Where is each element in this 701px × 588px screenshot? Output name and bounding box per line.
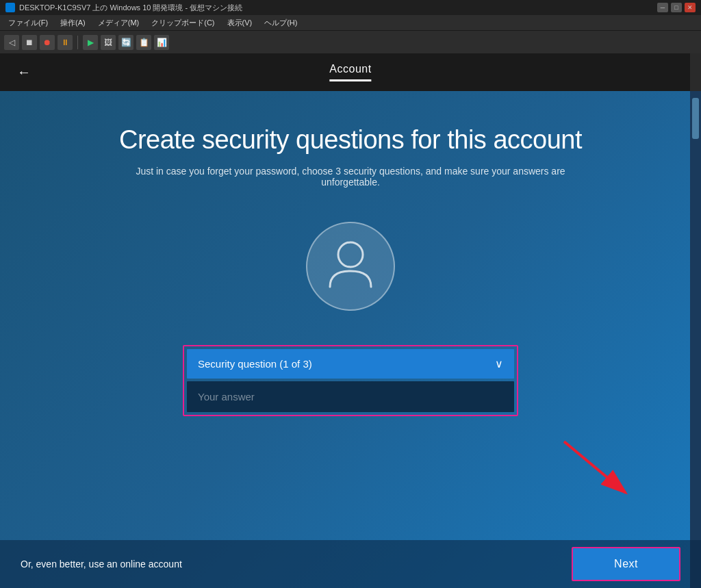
menu-view[interactable]: 表示(V) [222,16,258,29]
maximize-button[interactable]: □ [671,3,682,12]
menu-media[interactable]: メディア(M) [92,16,145,29]
toolbar-play-btn[interactable]: ▶ [83,35,98,50]
toolbar-record-btn[interactable]: ⏺ [40,35,55,50]
toolbar-back-btn[interactable]: ◁ [4,35,19,50]
chevron-down-icon: ∨ [495,357,503,370]
account-tab: Account [329,63,371,81]
menu-clipboard[interactable]: クリップボード(C) [146,16,220,29]
page-title: Create security questions for this accou… [119,125,582,155]
security-question-dropdown[interactable]: Security question (1 of 3) ∨ [187,349,514,379]
app-icon [5,3,15,12]
toolbar-btn-1[interactable]: 🖼 [101,35,116,50]
toolbar-sep-1 [77,36,78,49]
toolbar-pause-btn[interactable]: ⏸ [58,35,73,50]
window-title: DESKTOP-K1C9SV7 上の Windows 10 開発環境 - 仮想マ… [19,3,242,13]
vm-scrollbar[interactable] [690,91,701,588]
red-arrow-svg [557,435,639,503]
vm-main-content: Create security questions for this accou… [0,91,701,588]
toolbar: ◁ ⏹ ⏺ ⏸ ▶ 🖼 🔄 📋 📊 [0,30,701,53]
toolbar-btn-2[interactable]: 🔄 [118,35,133,50]
online-account-link[interactable]: Or, even better, use an online account [21,559,182,570]
user-avatar-icon [323,235,378,298]
topbar-scrollbar [690,53,701,91]
answer-input[interactable] [187,381,514,412]
menu-help[interactable]: ヘルプ(H) [259,16,303,29]
bottom-bar: Or, even better, use an online account N… [0,540,701,588]
svg-line-2 [564,442,626,493]
dropdown-label: Security question (1 of 3) [198,358,312,370]
scrollbar-thumb[interactable] [692,98,699,139]
back-button[interactable]: ← [14,64,34,80]
page-subtitle: Just in case you forget your password, c… [128,166,573,188]
window-controls[interactable]: ─ □ ✕ [657,3,696,12]
vm-window: ← Account Create security questions for … [0,53,701,588]
avatar-circle [306,222,395,311]
svg-point-0 [338,242,363,267]
toolbar-btn-3[interactable]: 📋 [136,35,151,50]
title-bar-left: DESKTOP-K1C9SV7 上の Windows 10 開発環境 - 仮想マ… [5,3,242,13]
toolbar-btn-4[interactable]: 📊 [154,35,169,50]
arrow-indicator [557,435,639,506]
next-button[interactable]: Next [572,547,680,581]
title-bar: DESKTOP-K1C9SV7 上の Windows 10 開発環境 - 仮想マ… [0,0,701,15]
vm-topbar: ← Account [0,53,701,91]
toolbar-stop-btn[interactable]: ⏹ [22,35,37,50]
close-button[interactable]: ✕ [685,3,696,12]
menu-action[interactable]: 操作(A) [55,16,91,29]
menu-bar: ファイル(F) 操作(A) メディア(M) クリップボード(C) 表示(V) ヘ… [0,15,701,30]
security-form: Security question (1 of 3) ∨ [183,345,518,416]
minimize-button[interactable]: ─ [657,3,668,12]
menu-file[interactable]: ファイル(F) [3,16,53,29]
